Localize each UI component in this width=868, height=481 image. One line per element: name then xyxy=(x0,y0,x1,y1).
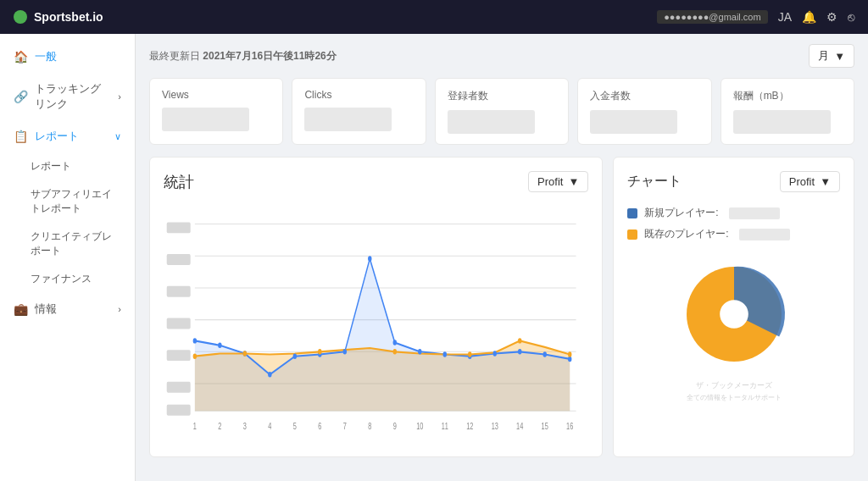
statistics-panel: 統計 Profit ▼ xyxy=(149,157,603,457)
svg-point-34 xyxy=(468,351,471,357)
svg-rect-10 xyxy=(167,318,191,329)
svg-text:4: 4 xyxy=(268,422,271,432)
pie-dropdown[interactable]: Profit ▼ xyxy=(780,171,840,192)
chart-header: 統計 Profit ▼ xyxy=(164,171,588,192)
svg-rect-9 xyxy=(167,286,191,297)
sidebar-subitem-finance[interactable]: ファイナンス xyxy=(0,265,135,293)
svg-rect-12 xyxy=(167,382,191,393)
notifications-icon[interactable]: 🔔 xyxy=(802,10,816,24)
settings-icon[interactable]: ⚙ xyxy=(826,10,837,24)
sidebar-item-tracking[interactable]: 🔗 トラッキングリンク › xyxy=(0,73,135,120)
stat-dep-value xyxy=(590,110,677,134)
tracking-arrow-icon: › xyxy=(118,91,121,102)
stat-card-registrations: 登録者数 xyxy=(435,78,569,145)
sidebar-subitem-sub-affiliate[interactable]: サブアフィリエイトレポート xyxy=(0,180,135,223)
svg-text:10: 10 xyxy=(416,422,423,432)
layout: 🏠 一般 🔗 トラッキングリンク › 📋 レポート ∨ レポート サブアフィリエ… xyxy=(0,34,868,481)
line-chart-area: 1 2 3 4 5 6 7 8 9 10 11 12 13 14 xyxy=(164,206,588,443)
stats-cards: Views Clicks 登録者数 入金者数 報酬（mB） xyxy=(149,78,854,145)
svg-point-20 xyxy=(343,349,347,354)
svg-point-17 xyxy=(268,372,271,377)
svg-point-30 xyxy=(193,353,197,358)
pie-title: チャート xyxy=(627,173,682,191)
pie-header: チャート Profit ▼ xyxy=(627,171,840,192)
sidebar: 🏠 一般 🔗 トラッキングリンク › 📋 レポート ∨ レポート サブアフィリエ… xyxy=(0,34,136,481)
svg-text:9: 9 xyxy=(393,422,397,432)
svg-rect-11 xyxy=(167,350,191,361)
svg-point-22 xyxy=(393,340,397,345)
sidebar-tracking-label: トラッキングリンク xyxy=(35,81,111,112)
reports-arrow-icon: ∨ xyxy=(114,131,121,142)
sidebar-info-label: 情報 xyxy=(35,301,57,317)
svg-text:12: 12 xyxy=(466,422,473,432)
sidebar-subitems: レポート サブアフィリエイトレポート クリエイティブレポート ファイナンス xyxy=(0,152,135,293)
new-player-value xyxy=(729,207,780,219)
svg-text:7: 7 xyxy=(343,422,347,432)
pie-chart-panel: チャート Profit ▼ 新規プレイヤー: 既存のプレイヤー: xyxy=(613,157,854,457)
svg-text:8: 8 xyxy=(368,422,371,432)
svg-text:5: 5 xyxy=(293,422,297,432)
svg-point-28 xyxy=(543,351,547,357)
pie-chevron-icon: ▼ xyxy=(820,175,831,188)
svg-point-26 xyxy=(493,351,497,356)
stat-card-reward: 報酬（mB） xyxy=(721,78,854,145)
sidebar-reports-label: レポート xyxy=(35,129,79,144)
chart-chevron-icon: ▼ xyxy=(568,175,579,188)
svg-point-21 xyxy=(368,256,371,261)
chevron-down-icon: ▼ xyxy=(834,50,845,63)
reports-icon: 📋 xyxy=(14,130,28,143)
stat-card-deposits: 入金者数 xyxy=(577,78,711,145)
svg-text:13: 13 xyxy=(492,422,498,432)
pie-legend: 新規プレイヤー: 既存のプレイヤー: xyxy=(627,206,840,241)
watermark: ザ・ブックメーカーズ 全ての情報をトータルサポート xyxy=(627,380,840,403)
svg-point-23 xyxy=(418,349,421,354)
svg-point-36 xyxy=(568,351,571,357)
chart-title: 統計 xyxy=(164,172,194,192)
svg-text:2: 2 xyxy=(218,422,221,432)
stat-reg-title: 登録者数 xyxy=(448,89,556,103)
svg-text:15: 15 xyxy=(542,422,548,432)
svg-point-35 xyxy=(518,338,521,343)
svg-point-31 xyxy=(243,351,247,356)
pie-chart-container xyxy=(627,255,840,373)
lang-switch[interactable]: JA xyxy=(778,10,792,24)
chart-dropdown[interactable]: Profit ▼ xyxy=(528,171,588,192)
stat-views-value xyxy=(162,108,249,131)
sidebar-item-reports[interactable]: 📋 レポート ∨ xyxy=(0,120,135,152)
svg-rect-7 xyxy=(167,222,191,233)
sidebar-home-label: 一般 xyxy=(35,49,57,64)
stat-dep-title: 入金者数 xyxy=(590,89,698,103)
svg-point-18 xyxy=(293,353,297,358)
svg-point-14 xyxy=(193,338,197,343)
svg-text:6: 6 xyxy=(318,422,321,432)
logo-dot xyxy=(14,10,27,24)
home-icon: 🏠 xyxy=(14,50,28,64)
nav-left: Sportsbet.io xyxy=(14,10,103,24)
logout-icon[interactable]: ⎋ xyxy=(848,10,854,24)
stat-card-views: Views xyxy=(149,78,283,145)
svg-point-15 xyxy=(218,343,221,348)
svg-point-27 xyxy=(518,349,521,354)
last-updated: 最終更新日 2021年7月16日午後11時26分 xyxy=(149,49,337,64)
stat-reg-value xyxy=(448,110,535,134)
month-dropdown[interactable]: 月 ▼ xyxy=(809,44,854,68)
stat-reward-value xyxy=(733,110,832,134)
bottom-panels: 統計 Profit ▼ xyxy=(149,157,854,457)
nav-right: ●●●●●●●●@gmail.com JA 🔔 ⚙ ⎋ xyxy=(657,10,854,24)
sidebar-item-info[interactable]: 💼 情報 › xyxy=(0,293,135,325)
stat-reward-title: 報酬（mB） xyxy=(733,89,842,103)
legend-existing-player: 既存のプレイヤー: xyxy=(627,227,840,241)
svg-point-32 xyxy=(318,349,321,354)
stat-clicks-value xyxy=(304,108,392,131)
existing-player-color xyxy=(627,229,637,240)
svg-text:11: 11 xyxy=(442,422,448,432)
sidebar-subitem-creative[interactable]: クリエイティブレポート xyxy=(0,223,135,265)
info-arrow-icon: › xyxy=(118,304,121,314)
sidebar-subitem-report[interactable]: レポート xyxy=(0,152,135,180)
svg-point-24 xyxy=(443,351,447,357)
stat-views-title: Views xyxy=(162,89,270,101)
info-icon: 💼 xyxy=(14,302,28,316)
header-bar: 最終更新日 2021年7月16日午後11時26分 月 ▼ xyxy=(149,44,854,68)
line-chart-svg: 1 2 3 4 5 6 7 8 9 10 11 12 13 14 xyxy=(164,206,588,443)
sidebar-item-home[interactable]: 🏠 一般 xyxy=(0,41,135,73)
